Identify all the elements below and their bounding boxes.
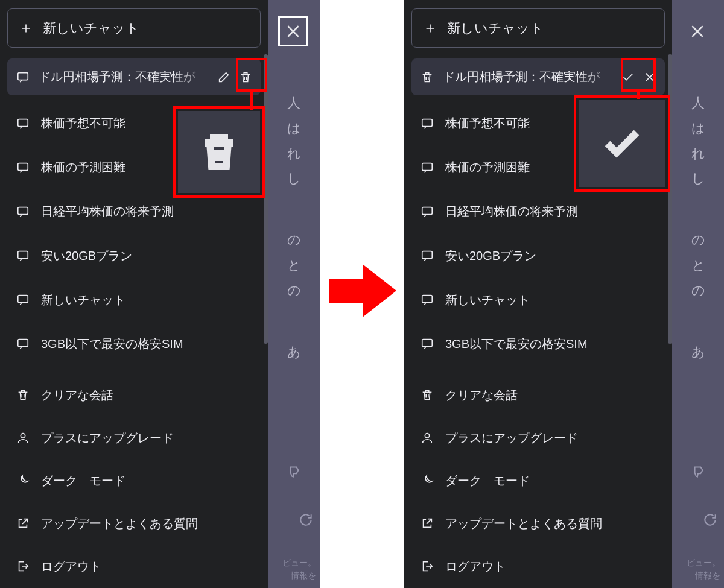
svg-rect-13 (422, 340, 433, 347)
svg-rect-10 (422, 207, 433, 215)
sidebar: 新しいチャット ドル円相場予測：不確実性が 株価予想不可能 株価の予測困難 日経… (0, 0, 268, 588)
dark-mode[interactable]: ダーク モード (7, 460, 261, 502)
menu-label: ダーク モード (445, 473, 530, 489)
chat-label: 日経平均株価の将来予測 (41, 203, 174, 220)
menu-label: ダーク モード (41, 473, 125, 489)
selected-chat-title: ドル円相場予測：不確実性が (443, 69, 613, 85)
check-callout (579, 100, 665, 187)
chat-label: 3GB以下で最安の格安SIM (445, 336, 588, 352)
chat-item[interactable]: 安い20GBプラン (411, 234, 665, 278)
chat-label: 株価予想不可能 (41, 115, 125, 131)
chat-label: 3GB以下で最安の格安SIM (41, 336, 183, 352)
logout[interactable]: ログアウト (411, 545, 665, 588)
svg-rect-5 (18, 296, 28, 303)
person-icon (420, 431, 434, 445)
new-chat-button[interactable]: 新しいチャット (7, 8, 261, 48)
check-icon[interactable] (621, 70, 635, 84)
plus-icon (423, 21, 437, 36)
scrollbar[interactable] (264, 54, 268, 344)
menu-label: プラスにアップグレード (41, 430, 174, 446)
menu-label: プラスにアップグレード (445, 430, 578, 446)
external-link-icon (16, 516, 30, 531)
thumbs-down-icon (286, 464, 302, 479)
divider (0, 370, 268, 370)
svg-rect-8 (422, 119, 433, 127)
chat-item[interactable]: 3GB以下で最安の格安SIM (7, 322, 261, 366)
new-chat-label: 新しいチャット (43, 19, 139, 37)
thumbs-down-icon (690, 464, 706, 479)
edit-icon[interactable] (217, 70, 230, 84)
logout-icon (16, 559, 30, 574)
trash-callout (178, 111, 260, 193)
background-chat-peek: 人はれし のとの あ (672, 0, 724, 588)
new-chat-button[interactable]: 新しいチャット (411, 8, 665, 48)
chat-item[interactable]: 3GB以下で最安の格安SIM (411, 322, 665, 366)
trash-icon (420, 70, 434, 84)
upgrade-plus[interactable]: プラスにアップグレード (7, 417, 261, 460)
logout-icon (420, 559, 434, 574)
reload-icon (702, 512, 718, 528)
background-footer-text: ビュー。情報を (670, 557, 724, 582)
trash-icon (16, 388, 30, 402)
chat-icon (420, 292, 434, 307)
menu-label: アップデートとよくある質問 (445, 516, 602, 532)
external-link-icon (420, 516, 434, 531)
svg-rect-12 (422, 296, 433, 303)
trash-icon (420, 388, 434, 402)
background-footer-text: ビュー。情報を (265, 557, 320, 582)
chat-label: 株価の予測困難 (445, 159, 530, 175)
close-sidebar-button[interactable] (683, 17, 712, 46)
plus-icon (19, 21, 33, 36)
dark-mode[interactable]: ダーク モード (411, 460, 665, 502)
svg-point-14 (425, 434, 429, 438)
chat-label: 株価の予測困難 (41, 159, 125, 175)
chat-icon (16, 160, 30, 175)
chat-icon (420, 248, 434, 263)
background-chat-peek: 人はれし のとの あ (268, 0, 320, 588)
menu-label: クリアな会話 (445, 387, 518, 403)
svg-rect-4 (18, 251, 28, 259)
menu-label: アップデートとよくある質問 (41, 516, 198, 532)
chat-item[interactable]: 日経平均株価の将来予測 (411, 189, 665, 233)
chat-item[interactable]: 新しいチャット (411, 278, 665, 322)
updates-faq[interactable]: アップデートとよくある質問 (7, 502, 261, 545)
chat-item[interactable]: 日経平均株価の将来予測 (7, 189, 261, 233)
menu-label: ログアウト (41, 558, 101, 575)
chat-icon (420, 204, 434, 219)
chat-item[interactable]: 安い20GBプラン (7, 234, 261, 278)
reload-icon (298, 512, 314, 528)
menu-label: クリアな会話 (41, 387, 113, 403)
chat-icon (16, 248, 30, 263)
svg-point-7 (21, 434, 25, 438)
svg-rect-6 (18, 340, 28, 347)
chat-icon (420, 160, 434, 175)
transition-arrow (329, 259, 396, 322)
updates-faq[interactable]: アップデートとよくある質問 (411, 502, 665, 545)
chat-icon (420, 337, 434, 351)
clear-conversations[interactable]: クリアな会話 (7, 374, 261, 417)
upgrade-plus[interactable]: プラスにアップグレード (411, 417, 665, 460)
annotation-connector (637, 89, 640, 99)
new-chat-label: 新しいチャット (447, 19, 544, 37)
selected-chat-row-confirm[interactable]: ドル円相場予測：不確実性が (411, 58, 665, 95)
clear-conversations[interactable]: クリアな会話 (411, 374, 665, 417)
scrollbar[interactable] (668, 54, 672, 344)
svg-rect-9 (422, 163, 433, 171)
logout[interactable]: ログアウト (7, 545, 261, 588)
chat-icon (16, 70, 30, 84)
divider (404, 370, 672, 370)
screenshot-after: 人はれし のとの あ ビュー。情報を 新しいチャット ドル円相場予測：不確実性が… (404, 0, 724, 588)
close-sidebar-button[interactable] (279, 17, 308, 46)
x-icon[interactable] (643, 70, 656, 84)
chat-icon (16, 337, 30, 351)
chat-icon (16, 116, 30, 131)
chat-label: 日経平均株価の将来予測 (445, 203, 578, 220)
svg-rect-2 (18, 163, 28, 171)
trash-icon[interactable] (239, 70, 252, 84)
chat-label: 安い20GBプラン (445, 248, 536, 264)
check-icon-large (600, 122, 644, 165)
chat-item[interactable]: 新しいチャット (7, 278, 261, 322)
selected-chat-row[interactable]: ドル円相場予測：不確実性が (7, 58, 261, 95)
chat-icon (16, 204, 30, 219)
chat-icon (16, 292, 30, 307)
